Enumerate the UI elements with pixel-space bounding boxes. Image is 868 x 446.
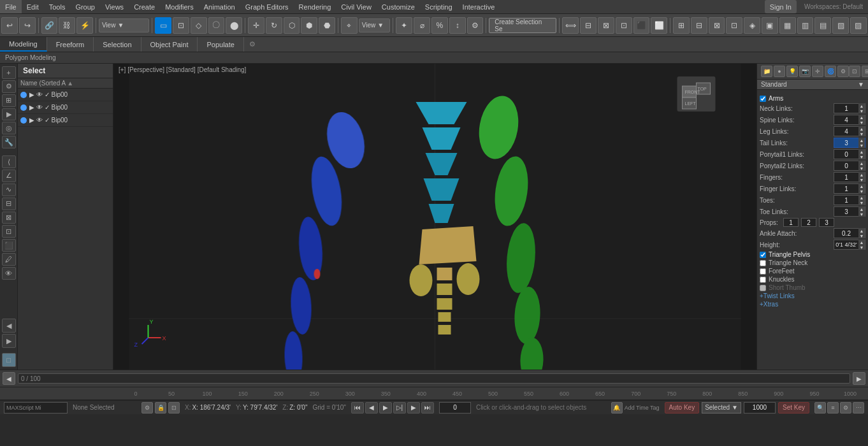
undo-button[interactable]: ↩ <box>1 17 18 34</box>
viewport[interactable]: [+] [Perspective] [Standard] [Default Sh… <box>113 64 756 370</box>
settings2-icon[interactable]: ⚙ <box>840 402 851 414</box>
finger-links-spinbox[interactable]: 1 ▲ ▼ <box>834 183 865 194</box>
active-view-icon[interactable]: □ <box>2 353 16 367</box>
menu-file[interactable]: File <box>0 0 22 13</box>
tab-modeling[interactable]: Modeling <box>0 37 47 52</box>
render3-button[interactable]: ▤ <box>814 17 831 34</box>
ponytail1-links-spinbox[interactable]: 0 ▲ ▼ <box>834 149 865 159</box>
toes-spinbox[interactable]: 1 ▲ ▼ <box>834 195 865 205</box>
ponytail2-links-spinbox[interactable]: 0 ▲ ▼ <box>834 161 865 171</box>
next-frame-button[interactable]: ▶ <box>407 402 420 414</box>
motion-icon[interactable]: ▶ <box>2 108 16 121</box>
xform-icon[interactable]: ⊠ <box>2 212 16 224</box>
panel-icon-folder[interactable]: 📁 <box>761 66 772 77</box>
leg-links-up[interactable]: ▲ <box>858 126 865 131</box>
prev-frame-button[interactable]: ◀ <box>365 402 378 414</box>
render-button[interactable]: ▦ <box>779 17 796 34</box>
array-icon[interactable]: ⬛ <box>2 239 16 252</box>
height-up[interactable]: ▲ <box>858 240 865 245</box>
status-icon-1[interactable]: ⚙ <box>141 402 153 414</box>
current-frame-input[interactable]: 0 <box>439 402 471 414</box>
ankle-up[interactable]: ▲ <box>858 228 865 233</box>
menu-edit[interactable]: Edit <box>22 0 44 13</box>
hierarchy-icon[interactable]: ⊞ <box>2 94 16 107</box>
status-icon-2[interactable]: 🔒 <box>155 402 166 414</box>
fingers-down[interactable]: ▼ <box>858 177 865 182</box>
go-start-button[interactable]: ⏮ <box>351 402 364 414</box>
fingers-spinbox[interactable]: 1 ▲ ▼ <box>834 172 865 182</box>
ponytail2-down[interactable]: ▼ <box>858 166 865 171</box>
next-page-button[interactable]: ▶ <box>2 334 16 348</box>
xtras-button[interactable]: +Xtras <box>760 301 865 308</box>
add-time-tag-icon[interactable]: 🔔 <box>611 402 623 414</box>
fingers-up[interactable]: ▲ <box>858 172 865 177</box>
toe-links-up[interactable]: ▲ <box>858 206 865 212</box>
props-3-button[interactable]: 3 <box>819 218 834 227</box>
panel-icon-light[interactable]: 💡 <box>786 66 798 77</box>
align5-button[interactable]: ⬜ <box>651 17 667 34</box>
frame-total-input[interactable]: 1000 <box>744 402 776 414</box>
ankle-attach-spinbox[interactable]: 0.2 ▲ ▼ <box>834 228 865 238</box>
curve-icon[interactable]: ∿ <box>2 183 16 196</box>
object-row-2[interactable]: ▶ 👁 ✓ Bip00 <box>18 101 113 114</box>
ponytail2-up[interactable]: ▲ <box>858 161 865 166</box>
filter-icon[interactable]: ≡ <box>827 402 839 414</box>
track-view-button[interactable]: ⊠ <box>709 17 725 34</box>
panel-dropdown-arrow[interactable]: ▼ <box>858 81 864 88</box>
panel-icon-spacewarp[interactable]: 🌀 <box>825 66 836 77</box>
redo-button[interactable]: ↪ <box>19 17 36 34</box>
set-key-button[interactable]: Set Key <box>778 402 809 414</box>
render4-button[interactable]: ▧ <box>832 17 849 34</box>
tail-links-down[interactable]: ▼ <box>858 143 865 148</box>
menu-customize[interactable]: Customize <box>377 0 420 13</box>
ref-coord-button[interactable]: ⌖ <box>341 17 358 34</box>
spine-links-down[interactable]: ▼ <box>858 120 865 125</box>
height-spinbox[interactable]: 0'1 4/32' ▲ ▼ <box>834 240 865 250</box>
tab-object-paint[interactable]: Object Paint <box>141 37 198 52</box>
menu-tools[interactable]: Tools <box>44 0 71 13</box>
panel-icon-sphere[interactable]: ● <box>774 66 785 77</box>
go-end-button[interactable]: ⏭ <box>421 402 434 414</box>
toe-links-spinbox[interactable]: 3 ▲ ▼ <box>834 206 865 217</box>
props-2-button[interactable]: 2 <box>801 218 816 227</box>
ankle-down[interactable]: ▼ <box>858 233 865 238</box>
menu-interactive[interactable]: Interactive <box>458 0 500 13</box>
filter-dropdown[interactable]: View ▼ <box>99 18 149 32</box>
finger-links-down[interactable]: ▼ <box>858 189 865 194</box>
object-row-1[interactable]: ▶ 👁 ✓ Bip00 <box>18 89 113 101</box>
play-button[interactable]: ▶ <box>379 402 392 414</box>
tab-populate[interactable]: Populate <box>198 37 243 52</box>
knuckles-checkbox[interactable] <box>760 277 766 283</box>
view-dropdown[interactable]: View ▼ <box>359 18 391 32</box>
short-thumb-checkbox[interactable] <box>760 285 766 291</box>
schematic-button[interactable]: ⊡ <box>726 17 742 34</box>
timeline-next-button[interactable]: ▶ <box>853 372 865 385</box>
edit2-icon[interactable]: 🖊 <box>2 253 16 266</box>
render-frame-button[interactable]: ▥ <box>797 17 814 34</box>
align3-button[interactable]: ⊡ <box>616 17 632 34</box>
mirror2-icon[interactable]: ⊡ <box>2 225 16 238</box>
leg-links-down[interactable]: ▼ <box>858 131 865 136</box>
align4-button[interactable]: ⬛ <box>633 17 650 34</box>
percent-snap-button[interactable]: % <box>431 17 448 34</box>
sign-in-button[interactable]: Sign In <box>765 0 797 13</box>
create-icon[interactable]: + <box>2 66 16 79</box>
menu-modifiers[interactable]: Modifiers <box>160 0 199 13</box>
scale-uniform-button[interactable]: ⬡ <box>284 17 300 34</box>
angle-icon[interactable]: ∠ <box>2 169 16 182</box>
leg-links-spinbox[interactable]: 4 ▲ ▼ <box>834 126 865 136</box>
maxscript-listener[interactable]: MAXScript Mi <box>4 402 68 414</box>
select-lasso-button[interactable]: 〇 <box>208 17 225 34</box>
twist-links-button[interactable]: +Twist Links <box>760 292 865 299</box>
align2-button[interactable]: ⊠ <box>598 17 614 34</box>
object-row-3[interactable]: ▶ 👁 ✓ Bip00 <box>18 114 113 127</box>
render-setup-button[interactable]: ▣ <box>762 17 778 34</box>
tail-links-up[interactable]: ▲ <box>858 138 865 143</box>
neck-links-down[interactable]: ▼ <box>858 108 865 113</box>
unlink-button[interactable]: ⛓ <box>59 17 75 34</box>
toe-links-down[interactable]: ▼ <box>858 212 865 217</box>
rotate-button[interactable]: ↻ <box>266 17 282 34</box>
spine-links-up[interactable]: ▲ <box>858 115 865 120</box>
more-icon[interactable]: ⋯ <box>853 402 864 414</box>
material-button[interactable]: ◈ <box>744 17 760 34</box>
